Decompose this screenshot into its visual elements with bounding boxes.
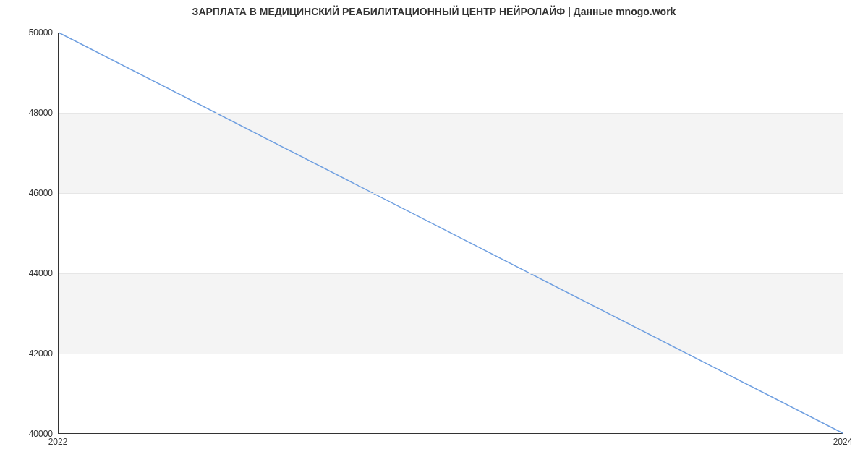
y-tick-label: 50000 xyxy=(17,27,53,38)
x-tick-label: 2024 xyxy=(833,437,853,447)
y-tick-label: 48000 xyxy=(17,108,53,118)
y-tick-label: 46000 xyxy=(17,188,53,198)
y-tick-label: 42000 xyxy=(17,349,53,359)
y-tick-label: 44000 xyxy=(17,268,53,278)
series-line xyxy=(59,33,843,433)
gridline xyxy=(59,354,843,354)
gridline xyxy=(59,193,843,194)
plot-area xyxy=(58,33,843,434)
gridline xyxy=(59,113,843,114)
line-series xyxy=(59,33,843,433)
x-tick-label: 2022 xyxy=(48,437,68,447)
y-tick-label: 40000 xyxy=(17,429,53,439)
gridline xyxy=(59,273,843,274)
gridline xyxy=(59,33,843,33)
chart-title: ЗАРПЛАТА В МЕДИЦИНСКИЙ РЕАБИЛИТАЦИОННЫЙ … xyxy=(0,6,868,17)
chart-container: ЗАРПЛАТА В МЕДИЦИНСКИЙ РЕАБИЛИТАЦИОННЫЙ … xyxy=(0,0,868,470)
